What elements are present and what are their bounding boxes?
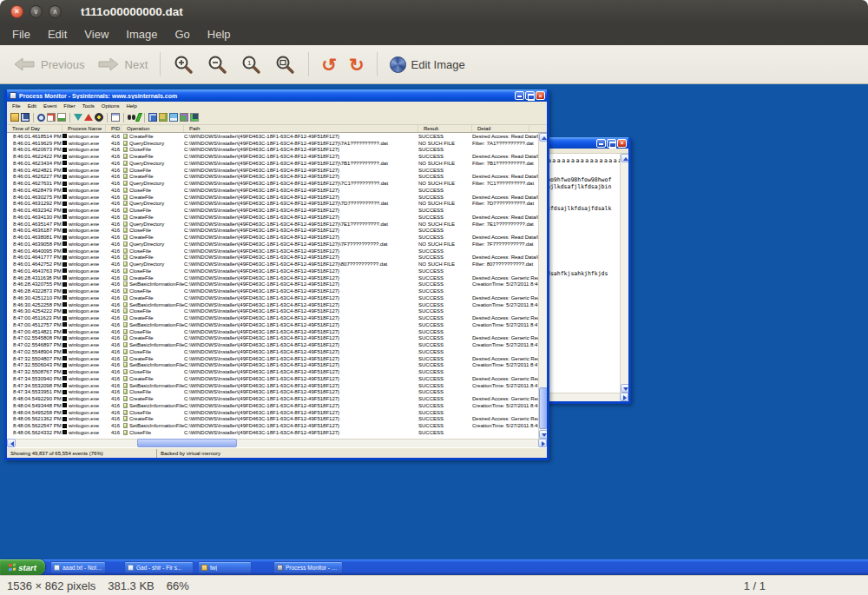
notepad-close-button[interactable]: ×	[617, 139, 627, 148]
procmon-menu-item[interactable]: Tools	[79, 103, 98, 109]
event-row[interactable]: 8:46:01.4640095 PM winlogon.exe 416 Clos…	[7, 248, 538, 255]
procmon-toolbar-icon[interactable]	[95, 113, 103, 122]
procmon-titlebar[interactable]: Process Monitor - Sysinternals: www.sysi…	[7, 89, 547, 102]
procmon-toolbar-icon[interactable]	[107, 113, 108, 122]
event-row[interactable]: 8:47:02.5545808 PM winlogon.exe 416 Crea…	[7, 335, 538, 342]
event-row[interactable]: 8:47:34.5532098 PM winlogon.exe 416 SetB…	[7, 382, 538, 389]
event-row[interactable]: 8:46:01.4618514 PM winlogon.exe 416 Crea…	[7, 133, 538, 140]
procmon-close-button[interactable]: ×	[536, 91, 545, 100]
zoom-normal-button[interactable]: 1	[234, 50, 268, 78]
menu-item[interactable]: Help	[199, 25, 240, 43]
event-row[interactable]: 8:46:28.4311638 PM winlogon.exe 416 Crea…	[7, 274, 538, 281]
event-row[interactable]: 8:46:01.4630275 PM winlogon.exe 416 Crea…	[7, 194, 538, 201]
menu-item[interactable]: View	[76, 25, 117, 43]
event-row[interactable]: 8:46:01.4623434 PM winlogon.exe 416 Quer…	[7, 160, 538, 167]
procmon-menu-item[interactable]: Edit	[24, 103, 40, 109]
procmon-toolbar-icon[interactable]	[84, 114, 93, 121]
scroll-right-arrow[interactable]	[620, 393, 628, 401]
event-row[interactable]: 8:48:04.5492290 PM winlogon.exe 416 Crea…	[7, 395, 538, 402]
event-row[interactable]: 8:48:04.5493448 PM winlogon.exe 416 SetB…	[7, 402, 538, 409]
column-header-process[interactable]: Process Name	[62, 125, 106, 132]
event-row[interactable]: 8:46:01.4632342 PM winlogon.exe 416 Clos…	[7, 207, 538, 214]
procmon-toolbar-icon[interactable]	[135, 113, 142, 122]
procmon-menu-item[interactable]: Help	[122, 103, 140, 109]
event-row[interactable]: 8:46:01.4639058 PM winlogon.exe 416 Quer…	[7, 241, 538, 248]
procmon-maximize-button[interactable]	[525, 91, 535, 100]
procmon-toolbar-icon[interactable]	[37, 114, 45, 122]
procmon-toolbar-icon[interactable]	[33, 113, 34, 122]
start-button[interactable]: start	[0, 559, 45, 575]
scroll-left-arrow[interactable]	[7, 439, 16, 447]
scroll-thumb[interactable]	[539, 387, 547, 429]
event-row[interactable]: 8:46:01.4627631 PM winlogon.exe 416 Quer…	[7, 180, 538, 187]
column-header-time[interactable]: Time of Day	[7, 125, 62, 132]
zoom-out-button[interactable]	[201, 50, 234, 78]
close-button[interactable]: ×	[10, 5, 23, 18]
event-row[interactable]: 8:47:00.4512757 PM winlogon.exe 416 SetB…	[7, 321, 538, 328]
previous-button[interactable]: Previous	[7, 53, 91, 76]
next-button[interactable]: Next	[91, 53, 155, 76]
event-row[interactable]: 8:47:32.5506043 PM winlogon.exe 416 SetB…	[7, 362, 538, 369]
maximize-button[interactable]: ∧	[49, 5, 62, 18]
event-row[interactable]: 8:47:00.4511623 PM winlogon.exe 416 Crea…	[7, 314, 538, 321]
procmon-toolbar-icon[interactable]	[123, 113, 124, 122]
event-row[interactable]: 8:46:30.4252258 PM winlogon.exe 416 SetB…	[7, 301, 538, 308]
event-row[interactable]: 8:48:04.5495258 PM winlogon.exe 416 Clos…	[7, 409, 538, 416]
event-row[interactable]: 8:47:02.5548904 PM winlogon.exe 416 Clos…	[7, 348, 538, 355]
procmon-toolbar-icon[interactable]	[159, 113, 168, 122]
scroll-right-arrow[interactable]	[538, 439, 547, 447]
event-row[interactable]: 8:46:01.4626227 PM winlogon.exe 416 Crea…	[7, 174, 538, 181]
event-row[interactable]: 8:46:01.4619629 PM winlogon.exe 416 Quer…	[7, 140, 538, 147]
zoom-in-button[interactable]	[167, 50, 201, 78]
procmon-toolbar-icon[interactable]	[144, 113, 145, 122]
event-row[interactable]: 8:48:06.5621362 PM winlogon.exe 416 Crea…	[7, 416, 538, 423]
procmon-toolbar-icon[interactable]	[74, 114, 82, 121]
event-row[interactable]: 8:46:28.4320755 PM winlogon.exe 416 SetB…	[7, 281, 538, 288]
scroll-up-arrow[interactable]	[621, 154, 628, 162]
procmon-toolbar-icon[interactable]	[111, 113, 120, 122]
column-header-result[interactable]: Result	[418, 125, 472, 132]
zoom-fit-button[interactable]	[268, 50, 302, 78]
event-row[interactable]: 8:46:01.4622422 PM winlogon.exe 416 Crea…	[7, 153, 538, 160]
procmon-menu-item[interactable]: File	[9, 103, 24, 109]
menu-item[interactable]: File	[3, 25, 39, 43]
procmon-toolbar-icon[interactable]	[10, 113, 19, 122]
event-row[interactable]: 8:46:01.4634130 PM winlogon.exe 416 Crea…	[7, 214, 538, 221]
procmon-vertical-scrollbar[interactable]	[538, 133, 547, 439]
event-row[interactable]: 8:46:01.4643763 PM winlogon.exe 416 Clos…	[7, 268, 538, 274]
procmon-toolbar-icon[interactable]	[21, 113, 30, 122]
notepad-maximize-button[interactable]	[607, 139, 616, 148]
event-row[interactable]: 8:46:30.4251210 PM winlogon.exe 416 Crea…	[7, 294, 538, 301]
event-row[interactable]: 8:47:32.5508767 PM winlogon.exe 416 Clos…	[7, 368, 538, 375]
event-row[interactable]: 8:47:02.5546897 PM winlogon.exe 416 SetB…	[7, 341, 538, 348]
image-display-area[interactable]: × aaaaaaaaaaaaaaaaaaaaaaaaaaaaaaaaaaaa w…	[0, 84, 868, 575]
minimize-button[interactable]: ∨	[30, 5, 43, 18]
event-row[interactable]: 8:46:01.4636187 PM winlogon.exe 416 Clos…	[7, 228, 538, 235]
event-row[interactable]: 8:48:06.5622547 PM winlogon.exe 416 SetB…	[7, 422, 538, 429]
edit-image-button[interactable]: Edit Image	[384, 53, 471, 76]
procmon-minimize-button[interactable]	[515, 91, 524, 100]
column-header-path[interactable]: Path	[184, 125, 418, 132]
scroll-down-arrow[interactable]	[539, 430, 547, 439]
taskbar-button[interactable]: Process Monitor - Sy...	[273, 561, 343, 573]
event-row[interactable]: 8:46:30.4254222 PM winlogon.exe 416 Clos…	[7, 308, 538, 315]
procmon-menu-item[interactable]: Event	[40, 103, 60, 109]
scroll-down-arrow[interactable]	[621, 384, 628, 393]
procmon-menu-item[interactable]: Filter	[60, 103, 78, 109]
column-header-pid[interactable]: PID	[106, 125, 122, 132]
taskbar-button[interactable]: Gad - shir - Fir s...	[124, 561, 194, 573]
procmon-toolbar-icon[interactable]	[69, 113, 70, 122]
taskbar-button[interactable]: aaad.txt - Notepa...	[50, 561, 106, 573]
event-row[interactable]: 8:47:32.5504807 PM winlogon.exe 416 Crea…	[7, 355, 538, 362]
procmon-menu-item[interactable]: Options	[98, 103, 123, 109]
column-header-operation[interactable]: Operation	[122, 125, 184, 132]
event-row[interactable]: 8:46:01.4620673 PM winlogon.exe 416 Clos…	[7, 147, 538, 154]
procmon-toolbar-icon[interactable]	[148, 113, 157, 122]
menu-item[interactable]: Edit	[39, 25, 76, 43]
procmon-toolbar-icon[interactable]	[47, 113, 56, 122]
event-row[interactable]: 8:46:01.4642752 PM winlogon.exe 416 Quer…	[7, 261, 538, 268]
procmon-toolbar-icon[interactable]	[57, 113, 66, 122]
event-row[interactable]: 8:46:01.4635147 PM winlogon.exe 416 Quer…	[7, 221, 538, 228]
procmon-toolbar-icon[interactable]	[190, 113, 199, 122]
event-row[interactable]: 8:47:00.4514821 PM winlogon.exe 416 Clos…	[7, 328, 538, 335]
